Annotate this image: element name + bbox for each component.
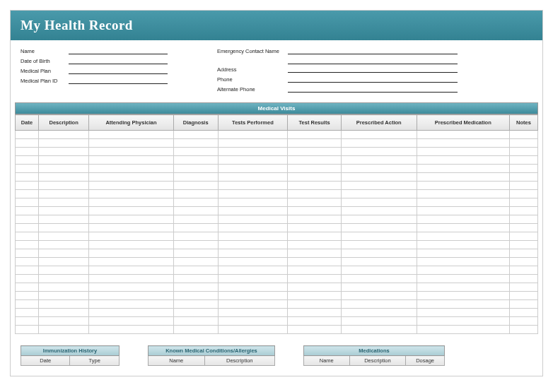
table-cell[interactable]: [89, 224, 173, 232]
table-cell[interactable]: [38, 266, 89, 275]
table-cell[interactable]: [341, 292, 417, 300]
table-cell[interactable]: [16, 148, 39, 156]
table-cell[interactable]: [509, 232, 537, 241]
table-cell[interactable]: [417, 275, 509, 283]
table-cell[interactable]: [89, 165, 173, 173]
table-cell[interactable]: [89, 275, 173, 283]
table-cell[interactable]: [509, 215, 537, 224]
table-cell[interactable]: [16, 182, 39, 190]
table-cell[interactable]: [173, 131, 218, 139]
table-cell[interactable]: [341, 232, 417, 241]
table-cell[interactable]: [288, 182, 342, 190]
table-cell[interactable]: [341, 300, 417, 309]
table-cell[interactable]: [509, 266, 537, 275]
info-input-altphone[interactable]: [288, 85, 458, 93]
table-cell[interactable]: [173, 215, 218, 224]
table-cell[interactable]: [218, 148, 287, 156]
table-cell[interactable]: [89, 292, 173, 300]
table-cell[interactable]: [218, 326, 287, 334]
table-cell[interactable]: [341, 139, 417, 148]
table-cell[interactable]: [38, 224, 89, 232]
table-cell[interactable]: [509, 275, 537, 283]
table-cell[interactable]: [509, 258, 537, 266]
table-cell[interactable]: [89, 300, 173, 309]
table-cell[interactable]: [288, 165, 342, 173]
table-cell[interactable]: [341, 266, 417, 275]
table-cell[interactable]: [509, 190, 537, 198]
table-cell[interactable]: [38, 131, 89, 139]
table-cell[interactable]: [38, 215, 89, 224]
table-cell[interactable]: [288, 266, 342, 275]
table-cell[interactable]: [509, 300, 537, 309]
table-cell[interactable]: [288, 283, 342, 292]
table-cell[interactable]: [16, 224, 39, 232]
table-cell[interactable]: [218, 215, 287, 224]
table-cell[interactable]: [173, 309, 218, 317]
table-cell[interactable]: [38, 190, 89, 198]
table-cell[interactable]: [417, 182, 509, 190]
table-cell[interactable]: [38, 326, 89, 334]
info-input-phone[interactable]: [288, 76, 458, 83]
table-cell[interactable]: [89, 317, 173, 326]
table-cell[interactable]: [288, 139, 342, 148]
table-cell[interactable]: [288, 326, 342, 334]
table-cell[interactable]: [509, 309, 537, 317]
table-cell[interactable]: [173, 198, 218, 207]
table-cell[interactable]: [288, 241, 342, 249]
table-cell[interactable]: [218, 292, 287, 300]
table-cell[interactable]: [218, 224, 287, 232]
table-cell[interactable]: [288, 131, 342, 139]
info-input-plan[interactable]: [69, 67, 168, 74]
table-cell[interactable]: [417, 241, 509, 249]
table-cell[interactable]: [341, 156, 417, 165]
table-cell[interactable]: [417, 173, 509, 182]
table-cell[interactable]: [89, 182, 173, 190]
table-cell[interactable]: [509, 165, 537, 173]
table-cell[interactable]: [417, 156, 509, 165]
table-cell[interactable]: [89, 173, 173, 182]
table-cell[interactable]: [288, 156, 342, 165]
table-cell[interactable]: [173, 148, 218, 156]
table-cell[interactable]: [38, 292, 89, 300]
table-cell[interactable]: [341, 198, 417, 207]
table-cell[interactable]: [341, 241, 417, 249]
table-cell[interactable]: [417, 190, 509, 198]
table-cell[interactable]: [89, 198, 173, 207]
table-cell[interactable]: [218, 275, 287, 283]
table-cell[interactable]: [218, 317, 287, 326]
table-cell[interactable]: [173, 275, 218, 283]
table-cell[interactable]: [89, 309, 173, 317]
table-cell[interactable]: [218, 309, 287, 317]
table-cell[interactable]: [38, 139, 89, 148]
table-cell[interactable]: [16, 283, 39, 292]
table-cell[interactable]: [89, 131, 173, 139]
table-cell[interactable]: [16, 266, 39, 275]
table-cell[interactable]: [288, 207, 342, 215]
table-cell[interactable]: [218, 283, 287, 292]
table-cell[interactable]: [288, 148, 342, 156]
table-cell[interactable]: [509, 148, 537, 156]
table-cell[interactable]: [288, 317, 342, 326]
table-cell[interactable]: [38, 182, 89, 190]
table-cell[interactable]: [173, 156, 218, 165]
table-cell[interactable]: [38, 156, 89, 165]
table-cell[interactable]: [509, 317, 537, 326]
table-cell[interactable]: [417, 207, 509, 215]
table-cell[interactable]: [509, 283, 537, 292]
table-cell[interactable]: [417, 309, 509, 317]
info-input-name[interactable]: [69, 47, 168, 54]
table-cell[interactable]: [38, 173, 89, 182]
table-cell[interactable]: [417, 300, 509, 309]
info-input-address-2[interactable]: [288, 66, 458, 73]
table-cell[interactable]: [16, 326, 39, 334]
table-cell[interactable]: [38, 309, 89, 317]
table-cell[interactable]: [173, 300, 218, 309]
table-cell[interactable]: [417, 224, 509, 232]
table-cell[interactable]: [16, 241, 39, 249]
table-cell[interactable]: [509, 139, 537, 148]
table-cell[interactable]: [509, 173, 537, 182]
table-cell[interactable]: [341, 131, 417, 139]
table-cell[interactable]: [173, 292, 218, 300]
info-input-dob[interactable]: [69, 57, 168, 64]
table-cell[interactable]: [341, 224, 417, 232]
